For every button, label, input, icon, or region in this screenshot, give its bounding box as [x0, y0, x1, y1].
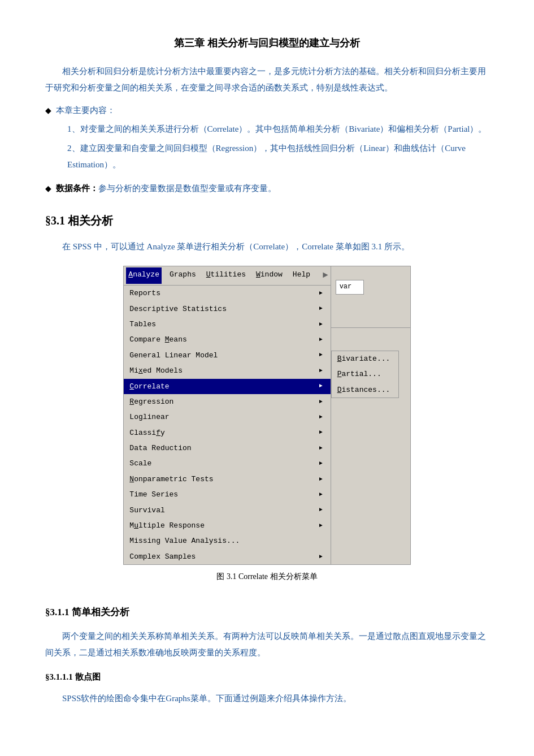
var-area: var	[331, 266, 410, 328]
menu-item-general-linear[interactable]: General Linear Model ►	[124, 348, 330, 363]
submenu-item-bivariate[interactable]: Bivariate...	[332, 351, 398, 366]
diamond-icon: ◆	[45, 103, 51, 118]
correlate-submenu: Bivariate... Partial... Distances...	[331, 351, 399, 398]
menu-item-survival-label: Survival	[129, 504, 164, 517]
menu-item-descriptive-label: Descriptive Statistics	[129, 303, 227, 316]
menu-item-complex-samples-label: Complex Samples	[129, 550, 196, 563]
numbered-item-1: 1、对变量之间的相关关系进行分析（Correlate）。其中包括简单相关分析（B…	[67, 121, 489, 137]
submenu-item-partial[interactable]: Partial...	[332, 366, 398, 382]
diamond-icon-2: ◆	[45, 182, 51, 196]
menu-item-mixed-models[interactable]: Mixed Models ►	[124, 363, 330, 378]
bullet-item-main-content: ◆ 本章主要内容： 1、对变量之间的相关关系进行分析（Correlate）。其中…	[45, 102, 489, 176]
main-content-section: ◆ 本章主要内容： 1、对变量之间的相关关系进行分析（Correlate）。其中…	[45, 102, 489, 197]
menu-icon-arrow: ►	[323, 267, 328, 284]
section3111-paragraph: SPSS软件的绘图命令集中在Graphs菜单。下面通过例题来介绍具体操作方法。	[45, 690, 489, 707]
menu-item-loglinear[interactable]: Loglinear ►	[124, 409, 330, 425]
menu-item-missing-value[interactable]: Missing Value Analysis...	[124, 533, 330, 548]
menu-item-correlate-arrow: ►	[319, 381, 323, 391]
menu-item-compare-means-arrow: ►	[319, 335, 323, 345]
item1-text: 对变量之间的相关关系进行分析（Correlate）。其中包括简单相关分析（Biv…	[80, 124, 487, 133]
menu-item-scale-arrow: ►	[319, 459, 323, 469]
data-condition-label: 数据条件：	[56, 184, 98, 193]
menu-item-compare-means-label: Compare Means	[129, 333, 186, 346]
menu-item-nonparametric-label: Nonparametric Tests	[129, 473, 213, 486]
var-spacer4	[336, 315, 406, 325]
menu-item-mixed-models-label: Mixed Models	[129, 364, 183, 377]
spss-menu: Analyze Graphs Utilities Window Help ► R…	[123, 266, 410, 565]
menu-item-complex-samples[interactable]: Complex Samples ►	[124, 549, 330, 564]
menu-main-column: Analyze Graphs Utilities Window Help ► R…	[124, 266, 331, 564]
menu-item-correlate[interactable]: Correlate ►	[124, 379, 330, 394]
intro-paragraph1: 相关分析和回归分析是统计分析方法中最重要内容之一，是多元统计分析方法的基础。相关…	[45, 63, 489, 96]
var-cell: var	[336, 280, 364, 295]
menu-item-regression[interactable]: Regression ►	[124, 394, 330, 409]
menu-item-multiple-response[interactable]: Multiple Response ►	[124, 518, 330, 533]
menu-item-loglinear-arrow: ►	[319, 412, 323, 422]
section31-paragraph: 在 SPSS 中，可以通过 Analyze 菜单进行相关分析（Correlate…	[45, 239, 489, 255]
bullet-label-main-content: 本章主要内容：	[56, 106, 115, 115]
menu-item-classify[interactable]: Classify ►	[124, 425, 330, 440]
menu-item-loglinear-label: Loglinear	[129, 411, 169, 424]
numbered-item-2: 2、建立因变量和自变量之间回归模型（Regression），其中包括线性回归分析…	[67, 140, 489, 172]
var-spacer	[336, 269, 406, 279]
menu-item-regression-arrow: ►	[319, 397, 323, 407]
menu-item-time-series-arrow: ►	[319, 490, 323, 500]
menu-item-data-reduction-arrow: ►	[319, 443, 323, 453]
menu-item-compare-means[interactable]: Compare Means ►	[124, 332, 330, 347]
submenu-bivariate-label: Bivariate...	[337, 355, 390, 363]
menu-bar: Analyze Graphs Utilities Window Help ►	[124, 266, 330, 286]
menu-item-time-series-label: Time Series	[129, 488, 178, 501]
menu-item-general-linear-label: General Linear Model	[129, 349, 218, 362]
section3111-heading: §3.1.1.1 散点图	[45, 669, 489, 685]
menu-item-scale[interactable]: Scale ►	[124, 456, 330, 471]
menu-item-survival-arrow: ►	[319, 505, 323, 515]
menu-item-mixed-models-arrow: ►	[319, 366, 323, 376]
section311-heading: §3.1.1 简单相关分析	[45, 604, 489, 621]
menu-item-tables-arrow: ►	[319, 319, 323, 330]
menu-item-time-series[interactable]: Time Series ►	[124, 487, 330, 502]
var-row: var	[336, 280, 406, 295]
menu-item-regression-label: Regression	[129, 395, 173, 408]
menu-item-nonparametric-arrow: ►	[319, 474, 323, 485]
menu-bar-help[interactable]: Help	[290, 267, 312, 284]
menu-item-multiple-response-label: Multiple Response	[129, 519, 205, 532]
menu-item-classify-arrow: ►	[319, 427, 323, 438]
menu-item-complex-samples-arrow: ►	[319, 552, 323, 562]
menu-bar-window[interactable]: Window	[254, 267, 285, 284]
menu-item-tables-label: Tables	[129, 318, 156, 331]
section31-heading: §3.1 相关分析	[45, 210, 489, 231]
item2-text: 建立因变量和自变量之间回归模型（Regression），其中包括线性回归分析（L…	[67, 144, 466, 169]
menu-figure: Analyze Graphs Utilities Window Help ► R…	[45, 266, 489, 593]
item2-number: 2、	[67, 144, 80, 153]
menu-item-data-reduction[interactable]: Data Reduction ►	[124, 440, 330, 456]
data-condition-content: 数据条件：参与分析的变量数据是数值型变量或有序变量。	[56, 180, 276, 197]
menu-item-classify-label: Classify	[129, 426, 164, 439]
submenu-item-distances[interactable]: Distances...	[332, 382, 398, 398]
submenu-partial-label: Partial...	[337, 370, 381, 378]
menu-item-tables[interactable]: Tables ►	[124, 317, 330, 332]
menu-item-descriptive-arrow: ►	[319, 304, 323, 314]
menu-bar-graphs[interactable]: Graphs	[167, 267, 198, 284]
menu-item-general-linear-arrow: ►	[319, 350, 323, 360]
chapter-title: 第三章 相关分析与回归模型的建立与分析	[45, 34, 489, 52]
menu-item-reports[interactable]: Reports ►	[124, 286, 330, 301]
menu-bar-analyze[interactable]: Analyze	[126, 267, 162, 284]
menu-item-scale-label: Scale	[129, 457, 151, 470]
data-condition-text: 参与分析的变量数据是数值型变量或有序变量。	[98, 184, 276, 193]
var-spacer3	[336, 305, 406, 315]
menu-item-missing-value-label: Missing Value Analysis...	[129, 534, 240, 547]
menu-item-survival[interactable]: Survival ►	[124, 503, 330, 518]
menu-right-panel: var Bivariate... Partial... Distances.	[331, 266, 410, 564]
numbered-list: 1、对变量之间的相关关系进行分析（Correlate）。其中包括简单相关分析（B…	[67, 121, 489, 173]
var-spacer2	[336, 295, 406, 305]
menu-item-descriptive[interactable]: Descriptive Statistics ►	[124, 301, 330, 317]
bullet-item-data-condition: ◆ 数据条件：参与分析的变量数据是数值型变量或有序变量。	[45, 180, 489, 197]
submenu-distances-label: Distances...	[337, 386, 390, 394]
menu-item-nonparametric[interactable]: Nonparametric Tests ►	[124, 472, 330, 487]
figure-caption: 图 3.1 Correlate 相关分析菜单	[216, 569, 317, 584]
item1-number: 1、	[67, 124, 80, 133]
menu-item-multiple-response-arrow: ►	[319, 521, 323, 531]
section311-paragraph: 两个变量之间的相关关系称简单相关关系。有两种方法可以反映简单相关关系。一是通过散…	[45, 628, 489, 660]
menu-bar-utilities[interactable]: Utilities	[204, 267, 248, 284]
menu-item-reports-arrow: ►	[319, 288, 323, 299]
